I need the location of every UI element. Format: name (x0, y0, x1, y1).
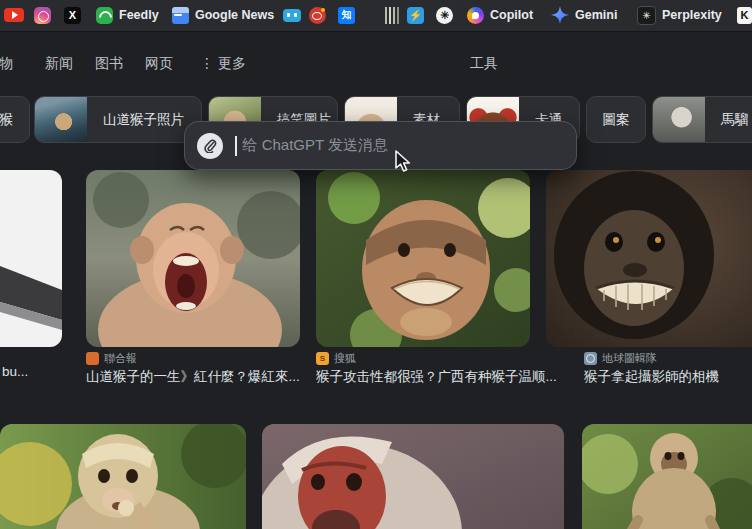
chip-thumbnail (653, 97, 705, 142)
attach-button[interactable] (197, 133, 223, 159)
udn-favicon (86, 352, 99, 365)
tab-web[interactable]: 网页 (145, 55, 173, 73)
bookmark-chatgpt[interactable]: ✳ (436, 5, 453, 25)
result-image-standing-monkey[interactable] (582, 424, 752, 529)
bookmark-lightning[interactable]: ⚡ (407, 5, 424, 25)
bookmark-copilot[interactable]: Copilot (467, 5, 533, 25)
google-images-dark-page: X Feedly Google News 知 ⚡ ✳ Copilot Gemin… (0, 0, 752, 529)
result-title[interactable]: 山道猴子的一生》紅什麼？爆紅來... (86, 368, 302, 386)
chip-maliu[interactable]: 馬騮 (652, 96, 752, 143)
bookmark-zhihu[interactable]: 知 (338, 5, 355, 25)
feedly-icon (96, 7, 113, 24)
bookmark-label: Google News (195, 8, 274, 22)
bookmark-perplexity[interactable]: ✳ Perplexity (637, 5, 722, 25)
chip-partial-left[interactable]: 猴 (0, 96, 30, 143)
sohu-favicon: S (316, 352, 329, 365)
copilot-icon (467, 7, 484, 24)
result-source[interactable]: 地球圖輯隊 (584, 351, 657, 366)
chip-shandao-monkey[interactable]: 山道猴子照片 (34, 96, 202, 143)
bookmarks-bar: X Feedly Google News 知 ⚡ ✳ Copilot Gemin… (0, 0, 752, 32)
tab-shopping[interactable]: 购物 (0, 55, 13, 73)
result-title[interactable]: 猴子攻击性都很强？广西有种猴子温顺... (316, 368, 578, 386)
result-image-grinning-monkey[interactable] (316, 170, 530, 347)
bookmark-google-news[interactable]: Google News (172, 5, 274, 25)
perplexity-icon: ✳ (637, 6, 656, 25)
weibo-icon (309, 7, 326, 24)
chatgpt-message-input[interactable]: 给 ChatGPT 发送消息 (184, 121, 577, 170)
bookmark-label: Feedly (119, 8, 159, 22)
bookmark-bilibili[interactable] (283, 5, 301, 25)
result-title[interactable]: 猴子拿起攝影師的相機 (584, 368, 752, 386)
bookmark-youtube[interactable] (4, 5, 24, 25)
stripes-icon (383, 7, 399, 24)
paperclip-icon (204, 139, 217, 153)
bilibili-icon (283, 9, 301, 22)
tab-news[interactable]: 新闻 (45, 55, 73, 73)
result-image-red-faced-macaque[interactable] (262, 424, 564, 529)
bookmark-label: Copilot (490, 8, 533, 22)
tab-books[interactable]: 图书 (95, 55, 123, 73)
tools-button[interactable]: 工具 (470, 55, 498, 73)
kimi-icon: K (737, 7, 752, 24)
chip-thumbnail (35, 97, 87, 142)
bookmark-stripes[interactable] (383, 5, 399, 25)
chatgpt-icon: ✳ (436, 7, 453, 24)
text-caret (235, 136, 237, 156)
bookmark-x[interactable]: X (64, 5, 81, 25)
result-image-yawning-monkey[interactable] (86, 170, 300, 347)
youtube-icon (4, 8, 24, 22)
result-image-partial-left[interactable] (0, 170, 62, 347)
result-image-monkey-selfie[interactable] (546, 170, 752, 347)
gemini-icon (551, 6, 569, 24)
zhihu-icon: 知 (338, 7, 355, 24)
bookmark-gemini[interactable]: Gemini (551, 5, 617, 25)
bookmark-feedly[interactable]: Feedly (96, 5, 159, 25)
tab-more[interactable]: ⋮更多 (200, 55, 246, 73)
chip-pattern[interactable]: 圖案 (586, 96, 646, 143)
result-title-partial[interactable]: bu... (2, 364, 58, 379)
bookmark-label: Perplexity (662, 8, 722, 22)
more-dots-icon: ⋮ (200, 55, 213, 71)
result-image-monkey-eating[interactable] (0, 424, 246, 529)
google-news-icon (172, 7, 189, 24)
lightning-icon: ⚡ (407, 7, 424, 24)
x-icon: X (64, 7, 81, 24)
result-source[interactable]: S 搜狐 (316, 351, 356, 366)
instagram-icon (34, 7, 51, 24)
dq-favicon (584, 352, 597, 365)
result-source[interactable]: 聯合報 (86, 351, 137, 366)
input-placeholder: 给 ChatGPT 发送消息 (243, 136, 389, 155)
bookmark-label: Gemini (575, 8, 617, 22)
bookmark-kimi[interactable]: K (737, 5, 752, 25)
bookmark-weibo[interactable] (309, 5, 326, 25)
bookmark-instagram[interactable] (34, 5, 51, 25)
